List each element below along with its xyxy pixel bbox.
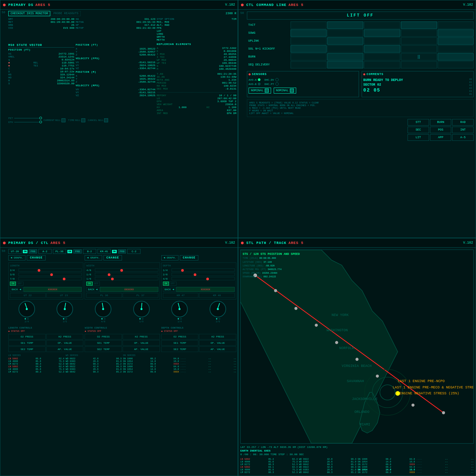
- ctl-cell-sol-5: [438, 45, 474, 53]
- len-toggle[interactable]: ONOFF: [10, 282, 82, 286]
- ctl-cell-seq-2: [327, 61, 363, 68]
- comment-line-numbers: 000102030405: [469, 78, 472, 96]
- ctl-cell-seq-4: [401, 61, 437, 68]
- p4-version: V.102: [463, 241, 473, 245]
- ctl-command-grid: TACT SOWG UPLINK: [247, 21, 474, 68]
- ctl-cell-burn-2: [327, 53, 363, 60]
- ctl-cell-sol-4: [401, 45, 437, 53]
- back-val-2: XXXXXX: [100, 287, 158, 292]
- btn-int[interactable]: INT: [452, 127, 474, 133]
- depth-col: DEPTH 1/4 2/6 4/8 ONOFF BACK ◄ XXXXXX KM…: [161, 262, 236, 299]
- back-btn-3[interactable]: BACK ◄: [163, 287, 176, 292]
- btn-lit[interactable]: LIT: [408, 134, 429, 141]
- p4-content: 50 STS / 128 STS POISTION AND SPEED TIME…: [238, 248, 476, 476]
- p4-axes: EARTH INERTIAL AXES: [240, 449, 474, 452]
- p1-side-num: 50: [2, 11, 5, 14]
- len-press-grid: O2 PRESS H2 PRESS SE1 TEMP OP. VALUE SE2…: [8, 334, 83, 352]
- svg-text:MIAMI: MIAMI: [360, 422, 370, 426]
- btn-sec[interactable]: SEC: [408, 127, 429, 133]
- p2-title: CTL COMMAND LINE: [246, 3, 287, 7]
- p1-main: CHECKOUT IRIS MONITOR PROBE READOUTS 230…: [8, 11, 236, 230]
- p2-subtitle: ARES 5: [289, 3, 304, 7]
- map-overlay: STS / 128 STS POISTION AND SPEED TIME (Z…: [243, 252, 300, 279]
- p1-right-label: 2300 R: [226, 12, 236, 15]
- ctl-cell-tact-1: [291, 21, 327, 29]
- back-btn-2[interactable]: BACK ◄: [86, 287, 99, 292]
- btn-stt[interactable]: STT: [408, 119, 429, 126]
- ctl-cell-burn-1: [291, 53, 327, 60]
- p4-title: STL PATH / TRACK: [246, 241, 287, 245]
- change-btn-1[interactable]: CHANGE: [27, 255, 45, 260]
- controls-grid: LENGTH 2/4 3/6 7/8 ONOFF BACK ◄ XXXXXX U…: [8, 262, 236, 299]
- p1-state-vector: M50 STATE VECTOR POSITION (FT) V124772.1…: [8, 43, 74, 115]
- ctl-row-seq: SEQ DELIVERY: [247, 61, 290, 68]
- change-btn-2[interactable]: CHANGE: [103, 255, 122, 260]
- svg-text:LAST 1 ENGINE PRE-NCPO: LAST 1 ENGINE PRE-NCPO: [398, 379, 445, 383]
- p4-subtitle: ARES 5: [289, 241, 304, 245]
- tab-probe-readouts[interactable]: PROBE READOUTS: [51, 11, 81, 16]
- control-status-sections: LENGTH CONTROLS ◆ STATUSOFF O2 PRESS H2 …: [8, 325, 236, 352]
- back-val-1: XXXXXX: [23, 287, 82, 292]
- sensors-title: SENSORS: [252, 73, 267, 76]
- svg-point-10: [412, 404, 415, 407]
- p1-ha-block: HA331.123 METHA001:20:55:33 HP317.412 ME…: [76, 18, 155, 41]
- width-col: WIDTH 4/8 1/6 1/6 ONOFF BACK ◄ XXXXXX PL…: [85, 262, 160, 299]
- liftoff-header: LIFT OFF: [247, 12, 474, 20]
- ctl-row-tact: TACT: [247, 21, 290, 29]
- graph-btn-1[interactable]: ◄ GRAPH.: [8, 255, 25, 260]
- ctl-cell-up-3: [364, 37, 400, 45]
- ctl-row-burn: BURN: [247, 53, 290, 60]
- p3-content: 50 UT-20 ON PRB A-2 PL-36 ON PRB B-2 KM-…: [0, 248, 238, 476]
- btn-pos[interactable]: POS: [430, 127, 452, 133]
- ctl-cell-burn-5: [438, 53, 474, 60]
- p4-time-step: 0 /00 : 08: 30.000 TIME STEP : 30.00 SEC: [240, 453, 474, 456]
- panel-primary-ds: PRIMARY DS ARES 5 V.102 50 CHECKOUT IRIS…: [0, 0, 238, 238]
- dep-toggle[interactable]: ONOFF: [163, 282, 235, 286]
- ctl-row-sowg: SOWG: [247, 29, 290, 37]
- tab-checkout[interactable]: CHECKOUT IRIS MONITOR: [8, 11, 50, 16]
- svg-text:JACKSONVILLE: JACKSONVILLE: [352, 397, 378, 401]
- dep-press-grid: O2 PRESS H2 PRESS SE1 TEMP OP. VALUE SE2…: [161, 334, 236, 352]
- btn-a5[interactable]: A-5: [452, 134, 474, 141]
- p3-title: PRIMARY DS / CTL: [8, 241, 49, 245]
- ctl-cell-tact-2: [327, 21, 363, 29]
- p2-version: V.102: [463, 3, 473, 7]
- ctl-cell-sowg-5: [438, 29, 474, 37]
- svg-point-11: [442, 411, 445, 414]
- btn-burn[interactable]: BURN: [430, 119, 452, 126]
- p3-subtitle: ARES 5: [51, 241, 66, 245]
- panel1-header: PRIMARY DS ARES 5 V.102: [0, 0, 238, 10]
- btn-rad[interactable]: RAD: [452, 119, 474, 126]
- svg-text:NEW YORK: NEW YORK: [332, 313, 349, 317]
- back-val-3: XXXXXX: [176, 287, 235, 292]
- graph-btn-2[interactable]: ◄ GRAPH.: [85, 255, 102, 260]
- p2-side-num: 50: [240, 12, 244, 15]
- map-svg: NEW YORK WASHINGTON NORFOLK VIRGINIA BEA…: [241, 250, 473, 443]
- nominal-btn-2[interactable]: NOMINAL: [274, 88, 296, 94]
- btn-app[interactable]: APP: [430, 134, 452, 141]
- ctl-cell-up-1: [291, 37, 327, 45]
- ctl-cell-tact-4: [401, 21, 437, 29]
- ctl-cell-burn-4: [401, 53, 437, 60]
- p1-tabs: CHECKOUT IRIS MONITOR PROBE READOUTS 230…: [8, 11, 236, 16]
- svg-point-3: [274, 289, 277, 292]
- wid-toggle[interactable]: ONOFF: [86, 282, 158, 286]
- ctl-buttons-area: STT BURN RAD SEC POS INT LIT APP A-5: [247, 119, 474, 141]
- length-col: LENGTH 2/4 3/6 7/8 ONOFF BACK ◄ XXXXXX U…: [8, 262, 83, 299]
- svg-point-7: [355, 358, 358, 361]
- graph-btn-3[interactable]: ◄ GRAPH.: [161, 255, 178, 260]
- nominal-btn-1[interactable]: NOMINAL: [249, 88, 271, 94]
- panel2-header: CTL COMMAND LINE ARES 5 V.102: [238, 0, 476, 10]
- p1-version: V.102: [225, 3, 235, 7]
- back-btn-1[interactable]: BACK ◄: [10, 287, 23, 292]
- p1-content: 50 CHECKOUT IRIS MONITOR PROBE READOUTS …: [0, 10, 238, 238]
- svg-text:WASHINGTON: WASHINGTON: [327, 328, 348, 332]
- ctl-cell-sowg-3: [364, 29, 400, 37]
- ctl-cell-tact-3: [364, 21, 400, 29]
- sensor-avo-a: AVO-A DHC.DV: [249, 78, 357, 81]
- p3-version: V.102: [225, 241, 235, 245]
- panel4-header: STL PATH / TRACK ARES 5 V.102: [238, 238, 476, 248]
- svg-text:1 ENGINE NEGATIVE STRESS (25%): 1 ENGINE NEGATIVE STRESS (25%): [395, 391, 459, 395]
- gauge-row: 2/4 2/5: [8, 301, 236, 323]
- change-btn-3[interactable]: CHANGE: [180, 255, 198, 260]
